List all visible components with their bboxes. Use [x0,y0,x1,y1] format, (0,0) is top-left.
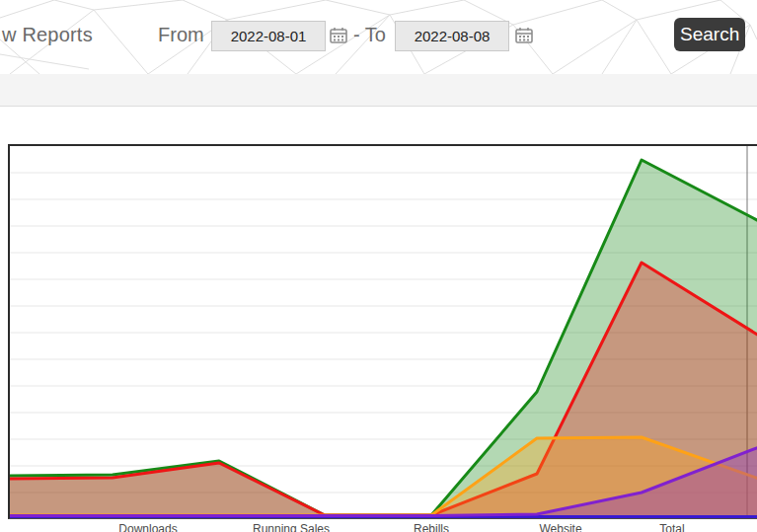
from-date-label: From [158,24,204,46]
x-axis-label-rebills: Rebills [414,522,449,532]
page-title: w Reports [2,24,93,46]
calendar-icon[interactable] [514,26,534,45]
area-chart [8,144,757,519]
header-bar: w Reports From - To [0,0,757,74]
to-date-input[interactable] [395,21,509,51]
calendar-icon[interactable] [329,26,348,45]
area-chart-canvas [10,146,757,518]
search-button[interactable]: Search [674,18,745,51]
from-date-input[interactable] [211,21,326,51]
to-date-label: - To [353,24,386,46]
page: w Reports From - To [0,0,757,532]
x-axis-label-running-sales: Running Sales [253,522,330,532]
sub-header-band [0,74,757,107]
x-axis-label-downloads: Downloads [118,522,177,532]
x-axis-label-website: Website [539,522,581,532]
x-axis-label-total: Total [659,522,684,532]
